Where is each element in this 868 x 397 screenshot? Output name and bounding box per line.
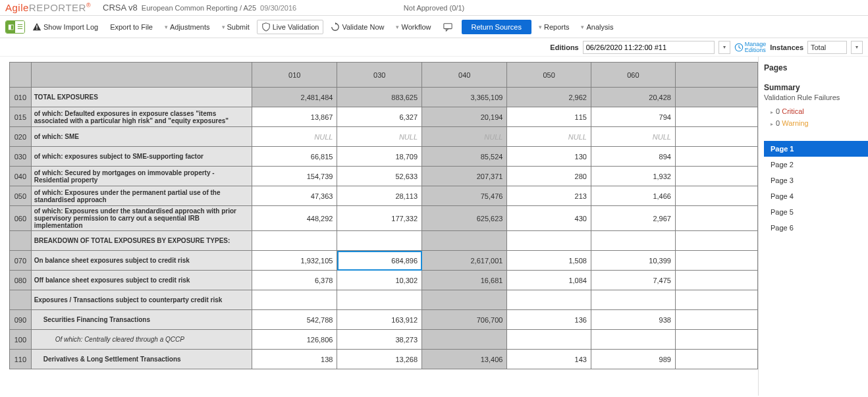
grid-cell[interactable]: 177,332 <box>337 206 422 231</box>
row-header: 070 <box>10 251 32 271</box>
grid-cell[interactable]: 938 <box>591 310 675 330</box>
grid-cell[interactable]: 20,428 <box>591 88 675 107</box>
grid-cell[interactable]: 10,399 <box>591 251 675 271</box>
grid-cell[interactable]: 542,788 <box>252 310 337 330</box>
summary-heading[interactable]: Summary <box>764 83 868 92</box>
grid-cell[interactable]: 1,466 <box>591 186 675 206</box>
submit-menu[interactable]: Submit <box>217 20 254 34</box>
instances-select[interactable]: Total <box>807 41 847 54</box>
view-toggle[interactable]: ◧☰ <box>5 20 25 34</box>
grid-cell[interactable] <box>337 290 422 310</box>
grid-cell[interactable]: 1,084 <box>507 271 591 290</box>
manage-editions-button[interactable]: ManageEditions <box>734 41 767 53</box>
grid-cell[interactable]: 28,113 <box>337 186 422 206</box>
grid-cell[interactable]: 1,508 <box>507 251 591 271</box>
grid-cell[interactable]: 448,292 <box>252 206 337 231</box>
grid-cell[interactable]: NULL <box>422 127 507 147</box>
grid-cell[interactable]: 66,815 <box>252 147 337 167</box>
grid-cell[interactable]: 18,709 <box>337 147 422 167</box>
live-validation-button[interactable]: Live Validation <box>257 20 324 34</box>
grid-cell[interactable]: 2,962 <box>507 88 591 107</box>
grid-cell[interactable]: 207,371 <box>422 167 507 186</box>
grid-cell[interactable] <box>422 330 507 350</box>
grid-cell[interactable]: 52,633 <box>337 167 422 186</box>
grid-cell[interactable]: 213 <box>507 186 591 206</box>
instances-dropdown-caret[interactable]: ▾ <box>851 41 863 54</box>
grid-cell[interactable] <box>507 330 591 350</box>
grid-cell[interactable]: 6,327 <box>337 107 422 127</box>
grid-cell[interactable]: 625,623 <box>422 206 507 231</box>
grid-cell[interactable]: NULL <box>252 127 337 147</box>
grid-cell[interactable]: 126,806 <box>252 330 337 350</box>
grid-cell[interactable] <box>422 231 507 251</box>
grid-cell[interactable]: 16,681 <box>422 271 507 290</box>
grid-cell[interactable] <box>591 290 675 310</box>
page-nav-item[interactable]: Page 3 <box>764 172 868 188</box>
critical-failures[interactable]: ▸0 Critical <box>764 105 868 117</box>
grid-cell[interactable] <box>507 290 591 310</box>
page-nav-item[interactable]: Page 5 <box>764 204 868 220</box>
workflow-menu[interactable]: Workflow <box>391 20 435 34</box>
export-to-file-button[interactable]: Export to File <box>105 20 157 34</box>
grid-cell[interactable] <box>507 231 591 251</box>
grid-cell[interactable]: 2,967 <box>591 206 675 231</box>
grid-cell[interactable]: 706,700 <box>422 310 507 330</box>
grid-cell[interactable]: 3,365,109 <box>422 88 507 107</box>
grid-cell[interactable]: 883,625 <box>337 88 422 107</box>
grid-cell[interactable] <box>422 290 507 310</box>
grid-cell[interactable]: NULL <box>337 127 422 147</box>
grid-cell[interactable] <box>252 290 337 310</box>
grid-cell[interactable]: NULL <box>507 127 591 147</box>
grid-cell[interactable]: 163,912 <box>337 310 422 330</box>
page-nav-item[interactable]: Page 6 <box>764 220 868 236</box>
grid-cell[interactable]: 684,896 <box>337 251 422 271</box>
page-nav-item[interactable]: Page 1 <box>764 141 868 157</box>
analysis-menu[interactable]: Analysis <box>576 20 618 34</box>
show-import-log-button[interactable]: Show Import Log <box>28 20 103 34</box>
grid-cell[interactable]: 20,194 <box>422 107 507 127</box>
grid-cell[interactable] <box>591 231 675 251</box>
grid-cell[interactable]: 138 <box>252 350 337 369</box>
grid-cell[interactable] <box>252 231 337 251</box>
page-nav-item[interactable]: Page 2 <box>764 157 868 172</box>
grid-cell[interactable]: 1,932 <box>591 167 675 186</box>
row-label: of which: Defaulted exposures in exposur… <box>31 107 252 127</box>
validate-now-button[interactable]: Validate Now <box>326 20 389 34</box>
grid-cell[interactable]: 136 <box>507 310 591 330</box>
grid-cell[interactable]: 280 <box>507 167 591 186</box>
page-nav-item[interactable]: Page 4 <box>764 188 868 204</box>
grid-cell[interactable]: 47,363 <box>252 186 337 206</box>
grid-cell[interactable]: 430 <box>507 206 591 231</box>
grid-cell[interactable] <box>591 330 675 350</box>
grid-cell[interactable]: 2,617,001 <box>422 251 507 271</box>
grid-cell[interactable]: 85,524 <box>422 147 507 167</box>
grid-cell[interactable]: 130 <box>507 147 591 167</box>
grid-cell[interactable]: 894 <box>591 147 675 167</box>
grid-cell[interactable]: 13,867 <box>252 107 337 127</box>
grid-cell[interactable]: NULL <box>591 127 675 147</box>
approval-status[interactable]: Not Approved (0/1) <box>404 4 464 12</box>
grid-cell[interactable]: 13,406 <box>422 350 507 369</box>
grid-cell[interactable] <box>337 231 422 251</box>
reports-menu[interactable]: Reports <box>534 20 574 34</box>
grid-cell[interactable]: 7,475 <box>591 271 675 290</box>
grid-cell[interactable]: 38,273 <box>337 330 422 350</box>
return-sources-button[interactable]: Return Sources <box>462 20 531 34</box>
grid-cell[interactable]: 1,932,105 <box>252 251 337 271</box>
grid-cell[interactable]: 143 <box>507 350 591 369</box>
grid-cell[interactable]: 115 <box>507 107 591 127</box>
adjustments-menu[interactable]: Adjustments <box>160 20 215 34</box>
grid-cell[interactable]: 154,739 <box>252 167 337 186</box>
grid-cell[interactable]: 75,476 <box>422 186 507 206</box>
grid-cell[interactable]: 794 <box>591 107 675 127</box>
grid-cell[interactable]: 6,378 <box>252 271 337 290</box>
editions-dropdown-caret[interactable]: ▾ <box>719 41 730 54</box>
grid-cell[interactable]: 2,481,484 <box>252 88 337 107</box>
grid-cell[interactable]: 13,268 <box>337 350 422 369</box>
grid-cell[interactable]: 10,302 <box>337 271 422 290</box>
comment-button[interactable] <box>439 20 459 34</box>
grid-cell[interactable]: 989 <box>591 350 675 369</box>
grid-scroll-area[interactable]: 010030040050060010TOTAL EXPOSURES2,481,4… <box>0 57 758 396</box>
editions-input[interactable] <box>583 41 715 54</box>
warning-failures[interactable]: ▸0 Warning <box>764 117 868 129</box>
